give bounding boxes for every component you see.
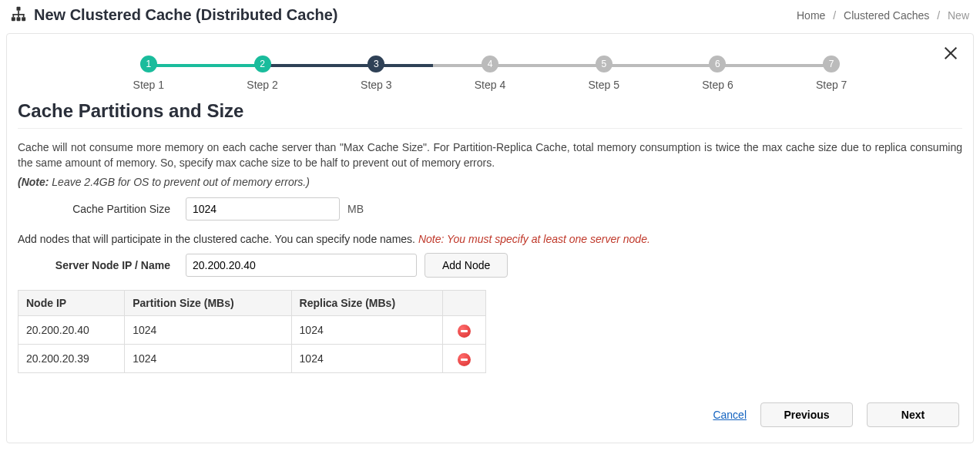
svg-rect-3	[22, 17, 25, 21]
stepper: 1 Step 1 2 Step 2 3 Step 3 4 Step 4 5 St…	[7, 34, 973, 99]
breadcrumb: Home / Clustered Caches / New	[797, 9, 969, 22]
step-circle: 7	[823, 56, 840, 72]
svg-rect-1	[12, 17, 15, 21]
col-actions	[442, 290, 485, 315]
page-title: New Clustered Cache (Distributed Cache)	[34, 6, 338, 24]
step-2[interactable]: 2 Step 2	[206, 56, 320, 91]
add-nodes-instruction: Add nodes that will participate in the c…	[18, 233, 962, 253]
cell-partition-size: 1024	[125, 344, 291, 372]
cell-partition-size: 1024	[125, 315, 291, 344]
previous-button[interactable]: Previous	[760, 402, 853, 427]
step-connector	[376, 64, 490, 67]
step-6[interactable]: 6 Step 6	[661, 56, 775, 91]
header-left: New Clustered Cache (Distributed Cache)	[11, 6, 338, 24]
cancel-link[interactable]: Cancel	[713, 409, 747, 421]
svg-rect-7	[18, 14, 19, 17]
table-row: 20.200.20.39 1024 1024	[18, 344, 486, 372]
partition-size-suffix: MB	[347, 203, 364, 215]
cell-node-ip: 20.200.20.40	[18, 315, 125, 344]
server-node-input[interactable]	[186, 254, 417, 277]
step-connector	[717, 64, 831, 67]
breadcrumb-separator: /	[828, 9, 841, 22]
step-circle: 4	[482, 56, 498, 72]
step-4[interactable]: 4 Step 4	[433, 56, 547, 91]
section-title: Cache Partitions and Size	[18, 99, 962, 129]
wizard-content: Cache Partitions and Size Cache will not…	[7, 99, 973, 392]
nodes-table: Node IP Partition Size (MBs) Replica Siz…	[18, 290, 486, 374]
breadcrumb-home[interactable]: Home	[797, 9, 825, 22]
next-button[interactable]: Next	[867, 402, 959, 427]
step-label: Step 1	[92, 79, 206, 91]
note-text: Leave 2.4GB for OS to prevent out of mem…	[49, 176, 309, 188]
remove-node-icon[interactable]	[458, 325, 471, 338]
step-connector	[604, 64, 718, 67]
partition-size-row: Cache Partition Size MB	[18, 197, 962, 221]
server-node-row: Server Node IP / Name Add Node	[18, 253, 962, 278]
partition-size-input[interactable]	[186, 197, 340, 221]
table-row: 20.200.20.40 1024 1024	[18, 315, 486, 344]
step-7[interactable]: 7 Step 7	[774, 56, 888, 91]
cell-replica-size: 1024	[291, 315, 442, 344]
breadcrumb-clustered-caches[interactable]: Clustered Caches	[844, 9, 929, 22]
step-5[interactable]: 5 Step 5	[547, 56, 661, 91]
step-1[interactable]: 1 Step 1	[92, 56, 206, 91]
add-node-button[interactable]: Add Node	[425, 253, 508, 278]
wizard-footer: Cancel Previous Next	[7, 392, 973, 443]
step-circle: 3	[368, 56, 384, 72]
partition-size-label: Cache Partition Size	[18, 203, 178, 215]
step-label: Step 2	[206, 79, 320, 91]
cell-node-ip: 20.200.20.39	[18, 344, 125, 372]
step-label: Step 3	[319, 79, 433, 91]
step-circle: 2	[254, 56, 271, 72]
section-description: Cache will not consume more memory on ea…	[18, 129, 962, 176]
note-bold: (Note:	[18, 176, 49, 188]
svg-rect-0	[17, 7, 21, 11]
remove-node-icon[interactable]	[458, 353, 471, 366]
step-circle: 1	[140, 56, 157, 72]
breadcrumb-separator: /	[932, 9, 945, 22]
table-header-row: Node IP Partition Size (MBs) Replica Siz…	[18, 290, 486, 315]
col-partition-size: Partition Size (MBs)	[125, 290, 291, 315]
step-label: Step 4	[433, 79, 547, 91]
svg-rect-2	[17, 17, 21, 21]
server-node-label: Server Node IP / Name	[18, 259, 178, 271]
step-connector	[263, 64, 377, 67]
col-replica-size: Replica Size (MBs)	[291, 290, 442, 315]
step-label: Step 5	[547, 79, 661, 91]
breadcrumb-current: New	[948, 9, 969, 22]
step-circle: 6	[709, 56, 726, 72]
step-label: Step 7	[774, 79, 888, 91]
step-circle: 5	[596, 56, 612, 72]
svg-rect-4	[18, 11, 19, 14]
cell-replica-size: 1024	[291, 344, 442, 372]
col-node-ip: Node IP	[18, 290, 125, 315]
network-icon	[11, 6, 26, 24]
wizard-panel: 1 Step 1 2 Step 2 3 Step 3 4 Step 4 5 St…	[6, 33, 974, 443]
page-header: New Clustered Cache (Distributed Cache) …	[0, 0, 980, 33]
svg-rect-6	[13, 14, 15, 17]
step-3[interactable]: 3 Step 3	[319, 56, 433, 91]
section-note: (Note: Leave 2.4GB for OS to prevent out…	[18, 176, 962, 197]
step-connector	[490, 64, 604, 67]
svg-rect-8	[23, 14, 25, 17]
step-label: Step 6	[661, 79, 775, 91]
add-nodes-warning: Note: You must specify at least one serv…	[418, 233, 650, 245]
step-connector	[149, 64, 263, 67]
add-nodes-text: Add nodes that will participate in the c…	[18, 233, 418, 245]
